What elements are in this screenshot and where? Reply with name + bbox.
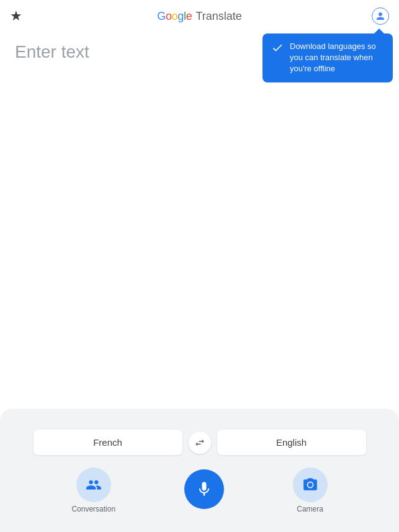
checkmark-icon [271, 42, 284, 54]
source-language-button[interactable]: French [34, 430, 182, 455]
account-button[interactable] [372, 7, 389, 25]
camera-icon-circle [293, 468, 328, 502]
microphone-icon [195, 481, 213, 498]
swap-icon [194, 437, 205, 448]
tooltip-text: Download languages so you can translate … [290, 41, 384, 75]
app-title: Translate [195, 10, 241, 23]
header-left: ★ [10, 8, 32, 24]
conversation-button[interactable]: Conversation [71, 468, 115, 513]
favorites-icon[interactable]: ★ [10, 8, 22, 24]
conversation-icon-circle [76, 468, 111, 502]
text-input-placeholder[interactable]: Enter text [15, 42, 89, 61]
bottom-area: French English Conversation [0, 409, 399, 532]
conversation-label: Conversation [71, 505, 115, 513]
camera-icon-svg [302, 477, 318, 493]
target-language-button[interactable]: English [217, 430, 366, 455]
mic-button[interactable] [184, 469, 224, 512]
google-logo: Google [157, 10, 192, 23]
camera-button[interactable]: Camera [293, 468, 328, 513]
offline-tooltip: Download languages so you can translate … [262, 33, 393, 82]
swap-languages-button[interactable] [189, 432, 211, 454]
check-icon [271, 42, 284, 56]
curve-divider [0, 409, 399, 421]
account-circle-icon [375, 11, 386, 22]
header-right [367, 7, 389, 25]
language-bar: French English [0, 421, 399, 463]
mic-icon-circle [184, 469, 224, 509]
camera-label: Camera [297, 505, 323, 513]
header: ★ Google Translate [0, 0, 399, 32]
conversation-icon [86, 477, 102, 493]
action-bar: Conversation Camera [0, 463, 399, 532]
header-center: Google Translate [157, 10, 242, 23]
